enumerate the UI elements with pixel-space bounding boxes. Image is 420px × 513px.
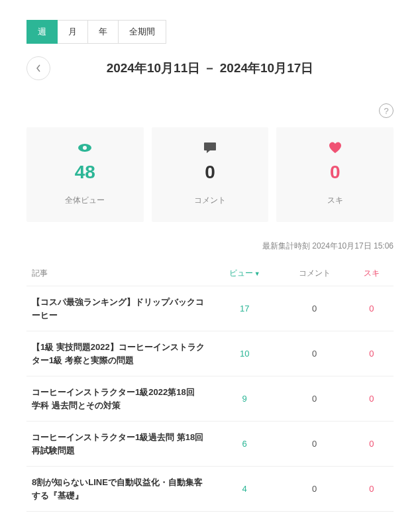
table-row: コーヒーインストラクター1級過去問 第18回 再試験問題600 bbox=[26, 422, 394, 467]
article-table: 記事 ビュー▼ コメント スキ 【コスパ最強ランキング】ドリップバックコーヒー1… bbox=[26, 261, 394, 513]
article-comments: 0 bbox=[279, 422, 349, 467]
article-comments: 0 bbox=[279, 376, 349, 422]
article-likes: 0 bbox=[350, 422, 394, 467]
views-label: 全体ビュー bbox=[65, 195, 105, 206]
header-likes[interactable]: スキ bbox=[350, 261, 394, 286]
comments-value: 0 bbox=[205, 162, 215, 183]
header-article: 記事 bbox=[26, 261, 210, 286]
article-comments: 0 bbox=[279, 331, 349, 376]
likes-label: スキ bbox=[327, 195, 343, 206]
stat-card-views[interactable]: 48 全体ビュー bbox=[26, 127, 144, 222]
tab-year[interactable]: 年 bbox=[88, 20, 119, 44]
table-row: 8割が知らないLINEで自動収益化・自動集客する『基礎』400 bbox=[26, 467, 394, 512]
likes-value: 0 bbox=[330, 162, 341, 183]
tab-week[interactable]: 週 bbox=[26, 20, 58, 44]
table-row: コーヒーインストラクター1級2022第18回 学科 過去問とその対策900 bbox=[26, 376, 394, 422]
header-views[interactable]: ビュー▼ bbox=[210, 261, 279, 286]
article-title[interactable]: コーヒーインストラクター1級2022第18回 学科 過去問とその対策 bbox=[26, 376, 210, 422]
stat-card-comments[interactable]: 0 コメント bbox=[152, 127, 269, 222]
article-likes: 0 bbox=[350, 286, 394, 331]
article-title[interactable]: 8割が知らないLINEで自動収益化・自動集客する『基礎』 bbox=[26, 467, 210, 512]
views-value: 48 bbox=[75, 162, 95, 183]
help-icon[interactable]: ? bbox=[379, 103, 394, 118]
header-comments[interactable]: コメント bbox=[279, 261, 349, 286]
svg-point-1 bbox=[83, 146, 87, 150]
article-views: 4 bbox=[210, 467, 279, 512]
article-title[interactable]: 【コスパ最強ランキング】ドリップバックコーヒー bbox=[26, 286, 210, 331]
article-views: 6 bbox=[210, 422, 279, 467]
article-views: 17 bbox=[210, 286, 279, 331]
article-likes: 0 bbox=[350, 376, 394, 422]
sort-desc-icon: ▼ bbox=[254, 270, 260, 277]
eye-icon bbox=[78, 141, 92, 155]
comments-label: コメント bbox=[194, 195, 226, 206]
stat-cards: 48 全体ビュー 0 コメント 0 スキ bbox=[26, 127, 394, 222]
table-row: 【コスパ最強ランキング】ドリップバックコーヒー1700 bbox=[26, 286, 394, 331]
header-views-label: ビュー bbox=[229, 268, 253, 278]
article-views: 10 bbox=[210, 331, 279, 376]
article-likes: 0 bbox=[350, 331, 394, 376]
table-row: 【1級 実技問題2022】コーヒーインストラクター1級 考察と実際の問題1000 bbox=[26, 331, 394, 376]
prev-button[interactable] bbox=[26, 56, 50, 80]
date-navigation: 2024年10月11日 － 2024年10月17日 bbox=[26, 60, 394, 77]
timestamp: 最新集計時刻 2024年10月17日 15:06 bbox=[26, 241, 394, 252]
comment-icon bbox=[204, 141, 216, 155]
tab-month[interactable]: 月 bbox=[58, 20, 88, 44]
period-tabs: 週 月 年 全期間 bbox=[26, 20, 394, 44]
article-views: 9 bbox=[210, 376, 279, 422]
chevron-left-icon bbox=[35, 64, 42, 73]
article-likes: 0 bbox=[350, 467, 394, 512]
svg-rect-2 bbox=[204, 142, 216, 150]
article-comments: 0 bbox=[279, 467, 349, 512]
heart-icon bbox=[329, 141, 342, 155]
article-title[interactable]: 【1級 実技問題2022】コーヒーインストラクター1級 考察と実際の問題 bbox=[26, 331, 210, 376]
date-range-label: 2024年10月11日 － 2024年10月17日 bbox=[107, 60, 314, 77]
stat-card-likes[interactable]: 0 スキ bbox=[276, 127, 394, 222]
tab-all[interactable]: 全期間 bbox=[119, 20, 166, 44]
article-title[interactable]: コーヒーインストラクター1級過去問 第18回 再試験問題 bbox=[26, 422, 210, 467]
article-comments: 0 bbox=[279, 286, 349, 331]
